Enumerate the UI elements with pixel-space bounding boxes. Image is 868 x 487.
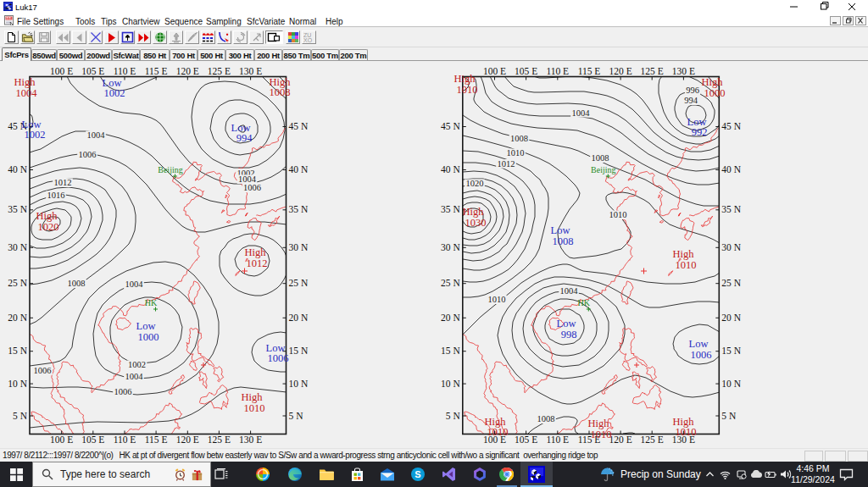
- svg-text:25 N: 25 N: [8, 278, 27, 288]
- svg-text:105 E: 105 E: [515, 434, 537, 445]
- svg-text:15 N: 15 N: [721, 346, 741, 356]
- svg-text:1010: 1010: [244, 402, 265, 414]
- svg-text:Low: Low: [136, 320, 156, 332]
- svg-text:Low: Low: [551, 224, 570, 236]
- svg-text:1006: 1006: [79, 150, 97, 159]
- svg-text:1008: 1008: [270, 86, 291, 98]
- svg-text:XO: XO: [303, 37, 313, 43]
- svg-text:10 N: 10 N: [8, 379, 27, 389]
- svg-text:110 E: 110 E: [114, 66, 136, 76]
- svg-text:25 N: 25 N: [441, 278, 460, 288]
- svg-text:110 E: 110 E: [114, 434, 136, 445]
- svg-text:35 N: 35 N: [8, 204, 27, 214]
- svg-text:1008: 1008: [553, 235, 574, 247]
- svg-text:130 E: 130 E: [239, 434, 262, 445]
- svg-text:High: High: [673, 248, 695, 260]
- svg-text:125 E: 125 E: [208, 66, 231, 76]
- svg-text:1010: 1010: [676, 426, 697, 438]
- svg-text:5 N: 5 N: [446, 411, 461, 421]
- svg-text:992: 992: [692, 126, 708, 138]
- svg-text:40 N: 40 N: [441, 164, 460, 174]
- svg-text:120 E: 120 E: [609, 434, 632, 445]
- svg-text:20 N: 20 N: [441, 313, 460, 323]
- svg-text:Beijing: Beijing: [591, 165, 615, 174]
- svg-text:994: 994: [684, 96, 698, 105]
- svg-text:20 N: 20 N: [8, 313, 27, 323]
- svg-text:1004: 1004: [125, 372, 144, 381]
- svg-text:45 N: 45 N: [289, 121, 309, 131]
- svg-text:1006: 1006: [114, 387, 132, 396]
- svg-text:1010: 1010: [676, 259, 697, 271]
- svg-text:100 E: 100 E: [483, 66, 506, 76]
- svg-text:45 N: 45 N: [441, 121, 460, 131]
- svg-text:S: S: [415, 469, 420, 479]
- svg-text:10 N: 10 N: [441, 379, 460, 389]
- svg-text:105 E: 105 E: [515, 66, 537, 76]
- svg-text:120 E: 120 E: [176, 434, 199, 445]
- svg-text:1008: 1008: [537, 414, 555, 423]
- svg-text:120 E: 120 E: [176, 66, 199, 76]
- svg-text:130 E: 130 E: [672, 66, 695, 76]
- svg-text:45 N: 45 N: [721, 121, 741, 131]
- svg-text:1006: 1006: [691, 349, 712, 361]
- svg-text:15 N: 15 N: [441, 346, 460, 356]
- svg-text:125 E: 125 E: [641, 434, 664, 445]
- svg-text:125 E: 125 E: [641, 66, 664, 76]
- svg-text:994: 994: [236, 132, 253, 144]
- svg-text:105 E: 105 E: [81, 434, 104, 445]
- svg-text:20 N: 20 N: [721, 313, 741, 323]
- svg-text:High: High: [463, 206, 485, 218]
- svg-text:Low: Low: [557, 318, 576, 329]
- svg-text:1010: 1010: [591, 429, 612, 440]
- svg-text:High: High: [36, 210, 58, 222]
- svg-text:5 N: 5 N: [13, 411, 28, 421]
- svg-text:10 N: 10 N: [721, 379, 741, 389]
- svg-text:105 E: 105 E: [81, 66, 104, 76]
- svg-text:1010: 1010: [457, 84, 478, 96]
- svg-text:1010: 1010: [487, 426, 509, 438]
- svg-text:100 E: 100 E: [50, 66, 73, 76]
- svg-text:High: High: [702, 76, 724, 88]
- svg-text:1012: 1012: [498, 159, 515, 169]
- svg-text:1012: 1012: [54, 178, 72, 187]
- svg-text:1004: 1004: [125, 279, 144, 289]
- svg-text:30 N: 30 N: [721, 242, 741, 252]
- svg-text:130 E: 130 E: [239, 66, 262, 76]
- svg-text:1000: 1000: [704, 87, 726, 99]
- svg-text:1008: 1008: [510, 134, 528, 143]
- svg-text:1010: 1010: [507, 148, 525, 158]
- svg-text:1004: 1004: [16, 87, 38, 99]
- svg-text:100 E: 100 E: [50, 434, 73, 445]
- svg-text:30 N: 30 N: [441, 242, 460, 252]
- svg-text:1010: 1010: [488, 295, 506, 304]
- svg-text:High: High: [14, 76, 36, 88]
- svg-text:35 N: 35 N: [441, 204, 460, 214]
- svg-text:115 E: 115 E: [578, 66, 601, 76]
- svg-text:High: High: [588, 418, 610, 429]
- svg-text:1006: 1006: [34, 366, 52, 375]
- svg-text:HK: HK: [578, 298, 591, 307]
- svg-text:1008: 1008: [592, 153, 609, 163]
- svg-text:High: High: [245, 246, 267, 258]
- svg-text:20 N: 20 N: [289, 313, 309, 323]
- svg-text:1020: 1020: [38, 221, 59, 233]
- svg-text:1002: 1002: [128, 360, 146, 369]
- svg-text:1012: 1012: [247, 257, 268, 269]
- svg-text:120 E: 120 E: [609, 66, 632, 76]
- svg-text:1010: 1010: [609, 210, 627, 219]
- svg-text:110 E: 110 E: [546, 434, 569, 445]
- svg-text:15 N: 15 N: [289, 346, 309, 356]
- svg-text:HK: HK: [145, 298, 158, 307]
- svg-text:10 N: 10 N: [289, 379, 309, 389]
- svg-text:110 E: 110 E: [546, 66, 569, 76]
- svg-text:30 N: 30 N: [8, 242, 27, 252]
- svg-text:25 N: 25 N: [721, 278, 741, 288]
- svg-text:5 N: 5 N: [721, 411, 737, 421]
- svg-text:1006: 1006: [243, 183, 261, 192]
- svg-text:998: 998: [561, 329, 577, 340]
- svg-text:125 E: 125 E: [208, 434, 231, 445]
- svg-text:1000: 1000: [138, 331, 159, 343]
- svg-text:1006: 1006: [268, 352, 289, 364]
- svg-text:5 N: 5 N: [289, 411, 304, 421]
- svg-text:30 N: 30 N: [289, 242, 309, 252]
